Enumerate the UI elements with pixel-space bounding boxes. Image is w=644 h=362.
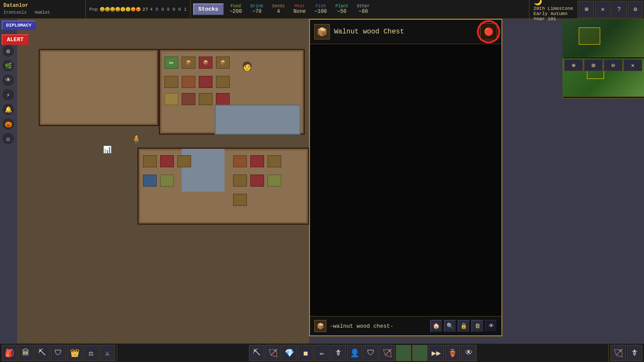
diplomacy-button[interactable]: DIPLOMACY bbox=[2, 21, 36, 30]
meat-group: Meat None bbox=[294, 4, 306, 15]
lock-action-icon[interactable]: 🔒 bbox=[458, 320, 470, 332]
item-slot-icon[interactable]: 🔴 bbox=[480, 23, 497, 40]
pop-count: 27 bbox=[143, 7, 148, 12]
map-bfurniture5 bbox=[160, 175, 174, 187]
map-furniture5 bbox=[164, 93, 178, 105]
meat-value: None bbox=[294, 9, 306, 15]
bottom-right-icons: 🏹 🗡 bbox=[608, 344, 644, 362]
pop-section: Pop 😀😀😀😀😟😟😡😡 27 4 5 8 9 0 0 1 bbox=[86, 0, 191, 18]
search-action-icon[interactable]: 🔍 bbox=[444, 320, 456, 332]
home-action-icon[interactable]: 🏠 bbox=[430, 320, 442, 332]
bt-center-pencil[interactable]: ✏ bbox=[314, 345, 330, 361]
top-right-icons: ⊞ ✕ ? ⚙ bbox=[577, 0, 644, 18]
bt-center-gem[interactable]: 💎 bbox=[282, 345, 297, 361]
resource-bar: Food ~200 Drink ~70 Seeds 4 Meat None Fi… bbox=[226, 0, 529, 18]
drink-label: Drink bbox=[250, 4, 263, 9]
map-bfurniture1 bbox=[143, 155, 157, 167]
bt-center-barrel[interactable]: 🏺 bbox=[445, 345, 460, 361]
bt-backpack-icon[interactable]: 🎒 bbox=[2, 345, 17, 361]
bt-building-icon[interactable]: 🏛 bbox=[18, 345, 33, 361]
left-icon-5[interactable]: 🔔 bbox=[2, 103, 15, 116]
pop-numbers: 4 5 8 9 0 0 1 bbox=[150, 7, 187, 12]
map-furniture2 bbox=[182, 76, 195, 88]
settlement-name: Datanlor bbox=[3, 2, 28, 9]
bt-center-block[interactable]: ◼ bbox=[298, 345, 313, 361]
bt-center-bow2[interactable]: 🏹 bbox=[380, 345, 395, 361]
bt-shield-icon[interactable]: 🛡 bbox=[51, 345, 66, 361]
location-label: Hamlet bbox=[35, 10, 50, 16]
bt-pickaxe-icon[interactable]: ⛏ bbox=[34, 345, 50, 361]
x-icon[interactable]: ✕ bbox=[595, 1, 611, 18]
bt-crown-icon[interactable]: 👑 bbox=[67, 345, 82, 361]
date-line1: 20th Limestone bbox=[534, 6, 573, 11]
map-chest2: 📦 bbox=[199, 57, 213, 69]
seeds-value: 4 bbox=[277, 9, 280, 15]
other-label: Other bbox=[357, 4, 370, 9]
map-furniture3 bbox=[199, 76, 213, 88]
chest-small-icon: 📦 bbox=[314, 320, 326, 332]
chest-bottom-row: 📦 -walnut wood chest- 🏠 🔍 🔒 🗑 👁 bbox=[314, 320, 497, 332]
map-bfurniture7 bbox=[250, 155, 264, 167]
chest-header: 📦 Walnut wood Chest 🔴 bbox=[310, 20, 501, 44]
other-value: ~80 bbox=[358, 9, 368, 15]
map-bfurniture8 bbox=[267, 155, 281, 167]
chest-action-icons: 🏠 🔍 🔒 🗑 👁 bbox=[430, 320, 497, 332]
mini-map-terrain bbox=[562, 15, 644, 57]
left-icon-3[interactable]: 👁 bbox=[2, 74, 15, 87]
rg-icon-plus-h[interactable]: ⊕ bbox=[564, 59, 583, 71]
food-label: Food bbox=[231, 4, 241, 9]
bt-sword-icon[interactable]: ⚔ bbox=[100, 345, 115, 361]
eye-action-icon[interactable]: 👁 bbox=[485, 320, 497, 332]
bt-scale-icon[interactable]: ⚖ bbox=[83, 345, 99, 361]
seeds-label: Seeds bbox=[272, 4, 285, 9]
pop-label: Pop bbox=[89, 7, 98, 12]
drink-group: Drink ~70 bbox=[250, 4, 263, 15]
bt-center-blank2[interactable] bbox=[412, 345, 428, 361]
settlement-info: Datanlor Irontools Hamlet bbox=[0, 0, 86, 18]
delete-action-icon[interactable]: 🗑 bbox=[471, 320, 483, 332]
question-icon[interactable]: ? bbox=[611, 1, 627, 18]
building-bottom bbox=[137, 148, 309, 225]
npc-character: 🧑 bbox=[242, 61, 252, 72]
bt-right-icon1[interactable]: 🏹 bbox=[611, 345, 626, 361]
map-bfurniture4 bbox=[143, 175, 157, 187]
game-map[interactable]: 🛏 📦 📦 📦 🧑 🧍 📊 bbox=[17, 19, 309, 345]
rg-icon-x2[interactable]: ✕ bbox=[623, 59, 642, 71]
bt-center-forward[interactable]: ▶▶ bbox=[428, 345, 444, 361]
left-icon-7[interactable]: ⚖ bbox=[2, 132, 15, 145]
right-icons-grid: ⊕ ⊞ ⊖ ✕ bbox=[562, 57, 644, 73]
bt-center-eye[interactable]: 👁 bbox=[461, 345, 477, 361]
left-icon-4[interactable]: ⚡ bbox=[2, 88, 15, 101]
stocks-button[interactable]: Stocks bbox=[193, 3, 224, 15]
bottom-toolbar: 🎒 🏛 ⛏ 🛡 👑 ⚖ ⚔ ⛏ 🏹 💎 ◼ ✏ 🗡 👤 🛡 🏹 ▶▶ 🏺 👁 🏹… bbox=[0, 343, 644, 362]
chest-icon: 📦 bbox=[314, 24, 330, 39]
player-character: 🧍 bbox=[131, 134, 142, 145]
rg-icon-grid[interactable]: ⊞ bbox=[584, 59, 603, 71]
left-icon-6[interactable]: 🎃 bbox=[2, 118, 15, 130]
plant-value: ~50 bbox=[337, 9, 346, 15]
bottom-center-icons: ⛏ 🏹 💎 ◼ ✏ 🗡 👤 🛡 🏹 ▶▶ 🏺 👁 bbox=[117, 344, 608, 362]
rg-icon-minus[interactable]: ⊖ bbox=[604, 59, 623, 71]
map-chest1: 📦 bbox=[182, 57, 195, 69]
map-bfurniture12 bbox=[233, 194, 247, 206]
bt-center-person[interactable]: 👤 bbox=[347, 345, 362, 361]
bt-center-dagger[interactable]: 🗡 bbox=[331, 345, 346, 361]
bt-right-icon2[interactable]: 🗡 bbox=[627, 345, 642, 361]
chest-item-slot[interactable]: 🔴 bbox=[480, 23, 497, 40]
bt-center-pickaxe[interactable]: ⛏ bbox=[249, 345, 264, 361]
date-line3: Year 101 bbox=[534, 16, 556, 21]
stone-area bbox=[215, 105, 301, 135]
bt-center-bow[interactable]: 🏹 bbox=[265, 345, 281, 361]
grid-icon[interactable]: ⊞ bbox=[579, 1, 594, 18]
bt-center-blank1[interactable] bbox=[396, 345, 411, 361]
plant-label: Plant bbox=[335, 4, 348, 9]
other-group: Other ~80 bbox=[357, 4, 370, 15]
settings-icon[interactable]: ⚙ bbox=[628, 1, 643, 18]
left-icon-1[interactable]: ⚙ bbox=[2, 45, 15, 57]
bt-center-shield2[interactable]: 🛡 bbox=[363, 345, 379, 361]
left-icon-2[interactable]: 🌿 bbox=[2, 59, 15, 72]
chest-panel: 📦 Walnut wood Chest 🔴 📦 -walnut wood che… bbox=[309, 19, 502, 336]
meat-label: Meat bbox=[295, 4, 305, 9]
map-bed: 🛏 bbox=[164, 57, 178, 69]
date-info: 🌙 20th Limestone Early Autumn Year 101 bbox=[529, 0, 577, 18]
